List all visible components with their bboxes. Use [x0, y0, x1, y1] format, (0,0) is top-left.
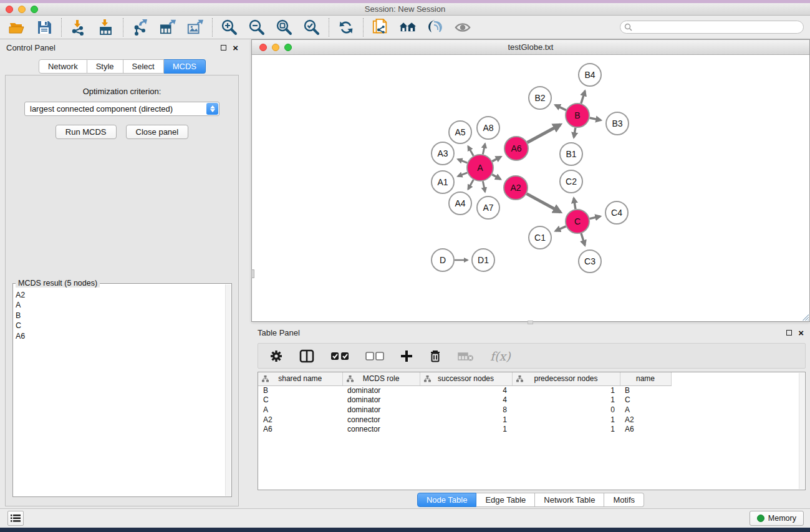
node-C1[interactable]: C1 — [529, 226, 551, 249]
search-input[interactable] — [620, 21, 804, 34]
cell-mcds-role[interactable]: dominator — [342, 395, 420, 405]
cell-shared-name[interactable]: A6 — [258, 424, 342, 434]
show-graphics-details-icon[interactable] — [427, 19, 444, 36]
node-A5[interactable]: A5 — [449, 121, 471, 143]
add-column-plus-icon[interactable] — [400, 350, 413, 362]
cell-predecessor-nodes[interactable]: 1 — [512, 415, 620, 425]
close-panel-button[interactable]: Close panel — [126, 125, 189, 139]
result-item-a6[interactable]: A6 — [16, 331, 225, 341]
refresh-view-icon[interactable] — [337, 19, 355, 36]
import-network-icon[interactable] — [70, 19, 87, 36]
column-header-mcds-role[interactable]: MCDS role — [342, 372, 420, 385]
table-row-a6[interactable]: A6connector11A6 — [258, 424, 671, 434]
edge-B-B1[interactable] — [574, 128, 576, 138]
tab-motifs[interactable]: Motifs — [604, 493, 644, 507]
node-D[interactable]: D — [432, 249, 454, 271]
edge-B-B4[interactable] — [581, 91, 585, 104]
node-D1[interactable]: D1 — [472, 249, 494, 271]
node-A[interactable]: A — [467, 155, 493, 181]
node-A6[interactable]: A6 — [504, 137, 528, 160]
cell-shared-name[interactable]: A — [258, 405, 342, 415]
result-item-a[interactable]: A — [16, 300, 225, 310]
node-C3[interactable]: C3 — [579, 250, 601, 273]
cell-name[interactable]: A2 — [620, 415, 671, 425]
float-table-panel-icon[interactable] — [786, 330, 792, 336]
mcds-result-list[interactable]: A2ABCA6 — [16, 290, 225, 495]
float-panel-icon[interactable] — [221, 45, 226, 51]
zoom-fit-icon[interactable] — [276, 19, 293, 36]
cell-name[interactable]: A6 — [620, 424, 671, 434]
cell-shared-name[interactable]: A2 — [258, 415, 342, 425]
edge-A-A6[interactable] — [492, 157, 501, 161]
edge-A-A2[interactable] — [492, 175, 500, 180]
tab-select[interactable]: Select — [123, 59, 164, 74]
cell-mcds-role[interactable]: connector — [342, 415, 420, 425]
home-icon[interactable] — [399, 19, 417, 36]
cell-successor-nodes[interactable]: 4 — [420, 395, 512, 405]
window-side-grip[interactable] — [251, 269, 254, 278]
split-panel-icon[interactable] — [299, 349, 314, 363]
criterion-dropdown[interactable]: largest connected component (directed) — [24, 102, 219, 116]
edge-A-A5[interactable] — [468, 147, 474, 156]
close-panel-icon[interactable]: × — [233, 45, 238, 51]
edge-A-A7[interactable] — [483, 181, 485, 192]
node-C4[interactable]: C4 — [605, 201, 628, 224]
cell-successor-nodes[interactable]: 1 — [420, 424, 512, 434]
zoom-out-icon[interactable] — [248, 19, 266, 36]
node-A7[interactable]: A7 — [477, 196, 499, 219]
tab-mcds[interactable]: MCDS — [164, 59, 206, 74]
new-network-from-selection-icon[interactable] — [372, 19, 389, 36]
edge-A-A3[interactable] — [458, 159, 467, 163]
node-C2[interactable]: C2 — [560, 170, 582, 193]
table-row-b[interactable]: Bdominator41B — [258, 385, 671, 395]
node-A3[interactable]: A3 — [432, 142, 454, 165]
zoom-selected-icon[interactable] — [303, 19, 321, 36]
result-item-c[interactable]: C — [16, 321, 225, 331]
cell-predecessor-nodes[interactable]: 1 — [512, 424, 620, 434]
cell-name[interactable]: A — [620, 405, 671, 415]
edge-C-C4[interactable] — [590, 216, 600, 219]
cell-predecessor-nodes[interactable]: 1 — [512, 385, 620, 395]
column-header-shared-name[interactable]: shared name — [258, 372, 342, 385]
export-table-icon[interactable] — [159, 19, 176, 36]
network-graph[interactable]: AA1A2A3A4A5A6A7A8BB1B2B3B4CC1C2C3C4DD1 — [252, 55, 809, 321]
export-network-icon[interactable] — [132, 19, 149, 36]
cell-successor-nodes[interactable]: 8 — [420, 405, 512, 415]
table-row-c[interactable]: Cdominator41C — [258, 395, 671, 405]
cell-mcds-role[interactable]: connector — [342, 424, 420, 434]
export-image-icon[interactable] — [186, 19, 204, 36]
node-table[interactable]: shared nameMCDS rolesuccessor nodesprede… — [258, 372, 806, 490]
node-C[interactable]: C — [566, 210, 589, 233]
window-resize-grip[interactable] — [801, 313, 809, 321]
column-header-name[interactable]: name — [620, 372, 671, 385]
open-session-icon[interactable] — [8, 19, 26, 36]
column-header-successor-nodes[interactable]: successor nodes — [420, 372, 512, 385]
tab-node-table[interactable]: Node Table — [417, 493, 477, 507]
node-A8[interactable]: A8 — [477, 117, 499, 139]
hide-details-eye-icon[interactable] — [454, 19, 471, 36]
cell-successor-nodes[interactable]: 1 — [420, 415, 512, 425]
edge-C-C1[interactable] — [556, 226, 566, 231]
network-window-titlebar[interactable]: testGlobe.txt — [252, 40, 809, 55]
node-B2[interactable]: B2 — [529, 87, 551, 109]
run-mcds-button[interactable]: Run MCDS — [55, 125, 117, 139]
zoom-in-icon[interactable] — [221, 19, 238, 36]
node-B[interactable]: B — [566, 104, 589, 127]
delete-column-trash-icon[interactable] — [429, 349, 441, 363]
result-item-a2[interactable]: A2 — [16, 290, 225, 300]
tab-network[interactable]: Network — [39, 59, 87, 74]
result-scrollbar[interactable] — [225, 284, 231, 496]
cell-predecessor-nodes[interactable]: 0 — [512, 405, 620, 415]
close-table-panel-icon[interactable]: × — [798, 330, 804, 336]
node-B1[interactable]: B1 — [560, 143, 582, 165]
edge-A-A4[interactable] — [468, 180, 474, 189]
cell-shared-name[interactable]: C — [258, 395, 342, 405]
table-row-a[interactable]: Adominator80A — [258, 405, 671, 415]
network-canvas[interactable]: AA1A2A3A4A5A6A7A8BB1B2B3B4CC1C2C3C4DD1 — [252, 55, 809, 321]
node-table-body[interactable]: Bdominator41BCdominator41CAdominator80AA… — [258, 385, 671, 434]
node-A4[interactable]: A4 — [449, 192, 471, 215]
edge-B-B3[interactable] — [590, 118, 601, 120]
table-options-gear-icon[interactable] — [269, 349, 283, 363]
cell-name[interactable]: C — [620, 395, 671, 405]
node-table-header[interactable]: shared nameMCDS rolesuccessor nodesprede… — [258, 372, 671, 385]
